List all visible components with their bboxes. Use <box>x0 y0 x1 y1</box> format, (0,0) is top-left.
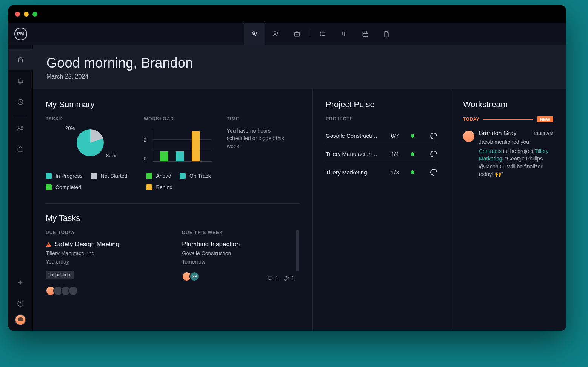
workstream-link[interactable]: Contracts <box>479 148 502 154</box>
legend-ahead: Ahead <box>146 173 171 179</box>
tab-people[interactable] <box>244 23 265 45</box>
status-dot-icon <box>411 134 414 138</box>
task-project: Govalle Construction <box>182 250 294 256</box>
workstream-item[interactable]: Brandon Gray 11:54 AM Jacob mentioned yo… <box>463 130 553 178</box>
time-label: TIME <box>227 116 300 122</box>
svg-point-9 <box>21 126 23 128</box>
main: Good morning, Brandon March 23, 2024 My … <box>33 45 566 331</box>
task-avatars <box>46 286 163 296</box>
pie-label-80: 80% <box>106 153 116 158</box>
sidebar-projects[interactable] <box>8 139 33 160</box>
sidebar-help[interactable] <box>8 293 33 314</box>
help-icon <box>17 300 24 307</box>
maximize-window-button[interactable] <box>32 12 37 17</box>
sidebar <box>8 45 33 331</box>
project-row[interactable]: Tillery Manufacturi… 1/4 <box>326 145 437 163</box>
clock-icon <box>17 98 24 106</box>
ytick-2: 2 <box>144 137 146 143</box>
tab-files[interactable] <box>376 23 397 45</box>
task-card[interactable]: Safety Design Meeting Tillery Manufactur… <box>46 241 163 296</box>
svg-rect-6 <box>363 32 368 37</box>
svg-point-5 <box>320 35 321 36</box>
workstream-subtitle: Jacob mentioned you! <box>479 139 553 145</box>
svg-point-3 <box>320 32 321 33</box>
list-icon <box>319 30 327 38</box>
task-when: Yesterday <box>46 259 163 265</box>
kanban-icon <box>340 30 348 38</box>
project-name: Tillery Marketing <box>326 169 386 176</box>
project-count: 1/4 <box>391 151 406 157</box>
legend-completed: Completed <box>46 184 127 190</box>
tab-board[interactable] <box>334 23 355 45</box>
legend-behind: Behind <box>146 184 211 190</box>
my-tasks-title: My Tasks <box>46 213 300 223</box>
due-week-column: DUE THIS WEEK Plumbing Inspection Govall… <box>182 230 300 296</box>
appbar: PM <box>8 23 566 45</box>
workstream-message: Contracts in the project Tillery Marketi… <box>479 147 553 178</box>
people-remove-icon <box>272 30 280 38</box>
legend-in-progress: In Progress <box>46 173 83 179</box>
tasks-label: TASKS <box>46 116 144 122</box>
app-logo[interactable]: PM <box>8 23 33 45</box>
project-name: Govalle Constructi… <box>326 133 386 139</box>
tab-calendar[interactable] <box>355 23 376 45</box>
ytick-0: 0 <box>144 156 146 162</box>
briefcase-plus-icon <box>293 30 301 38</box>
panel-workstream: Workstream TODAY NEW Brandon Gray 11:54 … <box>450 89 566 331</box>
warning-icon <box>46 241 52 247</box>
sidebar-team[interactable] <box>8 117 33 139</box>
due-week-label: DUE THIS WEEK <box>182 230 294 235</box>
view-tabs <box>244 23 397 45</box>
svg-point-0 <box>253 32 255 34</box>
workstream-title: Workstream <box>463 100 553 109</box>
tab-portfolio[interactable] <box>286 23 308 45</box>
workstream-today-label: TODAY <box>463 117 479 122</box>
file-icon <box>383 30 390 38</box>
task-card[interactable]: Plumbing Inspection Govalle Construction… <box>182 241 294 281</box>
svg-point-12 <box>20 305 20 305</box>
tab-people-off[interactable] <box>265 23 286 45</box>
task-when: Tomorrow <box>182 259 294 265</box>
workload-label: WORKLOAD <box>144 116 227 122</box>
avatar <box>68 286 78 296</box>
panel-my-summary: My Summary TASKS 20% 80% WORKLOAD <box>33 89 313 331</box>
bar-ontrack <box>176 151 184 161</box>
task-title-text: Safety Design Meeting <box>55 241 119 248</box>
sidebar-add[interactable] <box>8 272 33 293</box>
tasks-pie-chart: 20% 80% <box>46 127 121 161</box>
people-icon <box>251 30 259 38</box>
sidebar-current-user-avatar[interactable] <box>15 314 26 325</box>
workload-bar-chart: 2 0 <box>144 127 212 165</box>
titlebar <box>8 5 566 23</box>
plus-icon <box>17 279 24 286</box>
svg-point-4 <box>320 34 321 34</box>
scrollbar-thumb[interactable] <box>296 230 299 271</box>
minimize-window-button[interactable] <box>24 12 29 17</box>
project-row[interactable]: Govalle Constructi… 0/7 <box>326 127 437 145</box>
avatar-initials: GP <box>189 271 199 281</box>
sidebar-home[interactable] <box>8 49 33 70</box>
task-project: Tillery Manufacturing <box>46 250 163 256</box>
workstream-time: 11:54 AM <box>534 131 553 136</box>
svg-point-11 <box>18 301 23 306</box>
status-dot-icon <box>411 152 414 156</box>
workstream-user: Brandon Gray <box>479 130 517 137</box>
close-window-button[interactable] <box>15 12 20 17</box>
sidebar-divider <box>14 115 27 115</box>
tab-list[interactable] <box>312 23 334 45</box>
comment-icon <box>267 275 273 281</box>
sidebar-recent[interactable] <box>8 91 33 113</box>
bar-ahead <box>160 151 168 161</box>
project-row[interactable]: Tillery Marketing 1/3 <box>326 163 437 181</box>
bar-behind <box>192 131 200 161</box>
svg-point-1 <box>274 32 276 34</box>
avatar <box>463 131 474 142</box>
legend-not-started: Not Started <box>91 173 128 179</box>
status-dot-icon <box>411 170 414 174</box>
comment-count: 1 <box>267 275 278 281</box>
progress-ring-icon <box>429 149 438 159</box>
greeting-title: Good morning, Brandon <box>46 55 553 71</box>
time-empty-text: You have no hours scheduled or logged th… <box>227 127 295 150</box>
project-pulse-title: Project Pulse <box>326 100 437 109</box>
sidebar-notifications[interactable] <box>8 70 33 91</box>
